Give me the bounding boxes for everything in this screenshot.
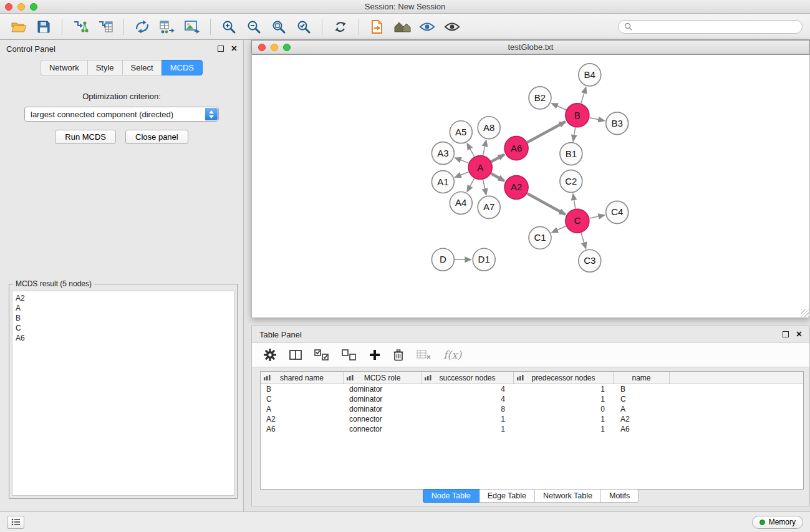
column-header-name[interactable]: name — [614, 372, 670, 384]
zoom-out-button[interactable] — [243, 16, 265, 37]
float-panel-icon[interactable] — [218, 46, 224, 52]
close-window-button[interactable] — [5, 3, 12, 11]
toolbar-separator — [123, 19, 124, 35]
graph-edge-A-A8[interactable] — [483, 140, 486, 155]
import-table-button[interactable] — [94, 16, 117, 37]
table-toolbar: f(x) — [252, 342, 809, 367]
resize-grip[interactable] — [801, 309, 809, 317]
graph-edge-B-B1[interactable] — [573, 127, 575, 141]
graph-edge-A-A1[interactable] — [455, 172, 469, 177]
close-view-button[interactable] — [258, 44, 266, 51]
graph-edge-C-C3[interactable] — [581, 233, 586, 248]
criterion-select[interactable]: largest connected component (directed) — [24, 107, 219, 122]
graph-edge-C-C2[interactable] — [573, 194, 576, 208]
table-row[interactable]: Bdominator41B — [261, 384, 803, 394]
graph-edge-A-A6[interactable] — [491, 155, 504, 162]
destroy-table-button[interactable] — [417, 346, 431, 364]
graph-edge-A-A2[interactable] — [491, 173, 504, 181]
graph-edge-A-A7[interactable] — [483, 180, 486, 195]
graphics-details-button[interactable] — [441, 16, 463, 37]
toolbar-separator — [322, 19, 322, 35]
graph-edge-B-B3[interactable] — [589, 118, 604, 121]
zoom-fit-button[interactable] — [268, 16, 290, 37]
graph-edge-A2-C[interactable] — [528, 193, 566, 215]
show-columns-button[interactable] — [289, 346, 302, 364]
close-table-panel-icon[interactable]: × — [796, 331, 802, 338]
minimize-window-button[interactable] — [17, 3, 25, 11]
table-row[interactable]: A2connector11A2 — [261, 414, 803, 424]
add-row-button[interactable] — [369, 346, 380, 364]
table-row[interactable]: Adominator80A — [261, 404, 803, 414]
import-network-button[interactable] — [69, 16, 92, 37]
tab-motifs[interactable]: Motifs — [601, 489, 639, 503]
graph-node-label: B1 — [566, 148, 577, 159]
toolbar-separator — [210, 19, 211, 35]
network-window-titlebar[interactable]: testGlobe.txt — [252, 41, 809, 54]
table-settings-button[interactable] — [263, 346, 277, 364]
column-header-successor-nodes[interactable]: successor nodes — [422, 372, 514, 384]
column-type-icon — [264, 375, 271, 380]
table-cell: 1 — [514, 394, 614, 404]
column-header-shared-name[interactable]: shared name — [261, 372, 344, 384]
tab-network-table[interactable]: Network Table — [535, 489, 601, 503]
column-header-predecessor-nodes[interactable]: predecessor nodes — [514, 372, 614, 384]
memory-button[interactable]: Memory — [752, 516, 803, 529]
close-panel-icon[interactable]: × — [231, 45, 237, 52]
graph-node-label: B3 — [612, 118, 623, 128]
function-builder-button[interactable]: f(x) — [443, 346, 461, 364]
network-graph[interactable]: B4B2BB3A5A8A6B1A3AC2A1A2A4A7C4CC1C3DD1 — [252, 55, 809, 317]
document-icon — [370, 19, 385, 34]
graph-edge-B-B2[interactable] — [552, 104, 566, 110]
tab-select[interactable]: Select — [122, 60, 162, 75]
tab-network[interactable]: Network — [41, 60, 87, 75]
graph-edge-A-A3[interactable] — [455, 158, 469, 163]
zoom-in-button[interactable] — [218, 16, 240, 37]
zoom-out-icon — [246, 19, 261, 34]
close-panel-button[interactable]: Close panel — [125, 130, 188, 144]
table-cell: dominator — [344, 394, 422, 404]
zoom-window-button[interactable] — [30, 3, 37, 11]
graph-edge-A6-B[interactable] — [528, 122, 566, 142]
mcds-result-list[interactable]: A2ABCA6 — [12, 291, 234, 496]
minimize-view-button[interactable] — [271, 44, 278, 51]
first-neighbors-button[interactable] — [131, 16, 153, 37]
tab-edge-table[interactable]: Edge Table — [480, 489, 535, 503]
table-row[interactable]: Cdominator41C — [261, 394, 803, 404]
graph-edge-C-C1[interactable] — [552, 226, 566, 233]
search-box[interactable] — [618, 20, 803, 34]
float-table-panel-icon[interactable] — [783, 331, 789, 337]
network-canvas[interactable]: B4B2BB3A5A8A6B1A3AC2A1A2A4A7C4CC1C3DD1 — [252, 54, 809, 317]
run-mcds-button[interactable]: Run MCDS — [55, 130, 116, 144]
open-recent-session-button[interactable] — [366, 16, 388, 37]
tab-node-table[interactable]: Node Table — [423, 489, 480, 503]
zoom-selected-icon — [296, 19, 311, 34]
home-button[interactable] — [391, 16, 413, 37]
new-network-table-button[interactable] — [156, 16, 178, 37]
tab-mcds[interactable]: MCDS — [162, 60, 203, 75]
zoom-selected-button[interactable] — [292, 16, 315, 37]
refresh-layout-button[interactable] — [329, 16, 352, 37]
curved-arrows-icon — [134, 19, 150, 34]
table-row[interactable]: A6connector11A6 — [261, 424, 803, 434]
save-session-button[interactable] — [32, 16, 55, 37]
select-all-button[interactable] — [314, 346, 329, 364]
export-image-button[interactable] — [181, 16, 203, 37]
mcds-result-item: A2 — [16, 293, 231, 303]
graph-edge-A-A4[interactable] — [467, 178, 474, 191]
delete-row-button[interactable] — [393, 346, 404, 364]
zoom-view-button[interactable] — [283, 44, 291, 51]
graph-edge-A-A5[interactable] — [467, 143, 474, 157]
search-input[interactable] — [635, 22, 796, 31]
deselect-all-button[interactable] — [342, 346, 357, 364]
tab-style[interactable]: Style — [87, 60, 122, 75]
toolbar-separator — [62, 19, 62, 35]
table-cell: 1 — [514, 384, 614, 394]
column-type-icon — [517, 375, 524, 380]
task-history-button[interactable] — [7, 516, 24, 529]
graph-edge-C-C4[interactable] — [589, 215, 604, 218]
open-file-button[interactable] — [7, 16, 30, 37]
graph-edge-B-B4[interactable] — [581, 87, 586, 104]
table-cell: dominator — [344, 404, 422, 414]
visual-styles-button[interactable] — [416, 16, 438, 37]
column-header-mcds-role[interactable]: MCDS role — [344, 372, 422, 384]
